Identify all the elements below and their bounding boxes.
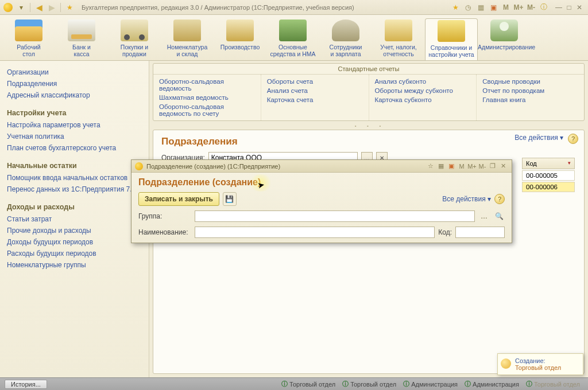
notification-tooltip: Создание: Торговый отдел (497, 353, 583, 375)
report-link[interactable]: Анализ субконто (375, 77, 471, 86)
section-label: Номенклатура и склад (161, 44, 214, 57)
minimize-icon[interactable]: — (554, 3, 564, 12)
modal-all-actions[interactable]: Все действия ▾ (442, 195, 491, 203)
section-tab-0[interactable]: Рабочий стол (2, 18, 55, 60)
section-tab-7[interactable]: Учет, налоги, отчетность (372, 18, 425, 60)
sidebar-link[interactable]: Организации (7, 67, 145, 78)
group-input[interactable] (195, 210, 475, 222)
section-icon (279, 20, 307, 41)
tooltip-title: Создание: (515, 357, 578, 364)
sidebar-link[interactable]: Номенклатурные группы (7, 259, 145, 271)
group-pick-icon[interactable]: … (478, 210, 490, 222)
code-input[interactable] (455, 227, 505, 238)
statusbar: История... ⓘТорговый отделⓘТорговый отде… (0, 377, 588, 390)
report-link[interactable]: Главная книга (482, 95, 578, 104)
sidebar-link[interactable]: Статьи затрат (7, 213, 145, 225)
expand-dots[interactable]: • • • (149, 123, 588, 128)
report-link[interactable]: Карточка субконто (375, 95, 471, 104)
section-tab-3[interactable]: Номенклатура и склад (161, 18, 214, 60)
modal-cal-icon[interactable]: ▣ (446, 162, 457, 171)
side-h-settings: Настройки учета (7, 109, 145, 117)
modal-mp-icon[interactable]: M+ (467, 162, 477, 171)
report-link[interactable]: Обороты счета (267, 77, 363, 86)
nav-fwd-icon[interactable]: ▶ (47, 2, 57, 13)
window-title: Бухгалтерия предприятия, редакция 3.0 / … (82, 4, 354, 11)
modal-help-icon[interactable]: ? (494, 194, 505, 204)
sidebar-link[interactable]: Расходы будущих периодов (7, 248, 145, 259)
sidebar-link[interactable]: Настройка параметров учета (7, 119, 145, 131)
section-tab-2[interactable]: Покупки и продажи (108, 18, 161, 60)
modal-create-department: Подразделение (создание) (1С:Предприятие… (131, 159, 512, 243)
nav-back-icon[interactable]: ◀ (34, 2, 44, 13)
report-link[interactable]: Оборотно-сальдовая ведомость (159, 77, 255, 93)
star-icon[interactable]: ★ (64, 2, 75, 13)
favorites-icon[interactable]: ★ (450, 2, 461, 13)
sidebar-link[interactable]: Учетная политика (7, 131, 145, 142)
section-icon (15, 20, 42, 41)
save-close-button[interactable]: Записать и закрыть (138, 192, 219, 206)
sidebar-link[interactable]: Перенос данных из 1С:Предприятия 7.7 (7, 184, 145, 195)
code-label: Код: (438, 228, 452, 236)
modal-heading: Подразделение (создание) ➤ (138, 177, 505, 188)
calendar-icon[interactable]: ▣ (488, 2, 498, 13)
report-link[interactable]: Оборотно-сальдовая ведомость по счету (159, 102, 255, 118)
close-icon[interactable]: ✕ (574, 3, 585, 12)
section-tab-5[interactable]: Основные средства и НМА (266, 18, 319, 60)
statusbar-item[interactable]: ⓘТорговый отдел (278, 380, 339, 388)
report-link[interactable]: Отчет по проводкам (482, 86, 578, 95)
statusbar-item[interactable]: ⓘАдминистрация (400, 380, 461, 388)
help-icon[interactable]: ? (568, 134, 578, 144)
report-link[interactable]: Анализ счета (267, 86, 363, 95)
dropdown-icon[interactable]: ▾ (16, 2, 26, 13)
row-000006[interactable]: 00-000006 (522, 182, 575, 192)
info-glyph-icon: ⓘ (342, 380, 349, 388)
all-actions-link[interactable]: Все действия ▾ (514, 134, 563, 142)
row-000005[interactable]: 00-000005 (522, 170, 575, 181)
report-link[interactable]: Обороты между субконто (375, 86, 471, 95)
report-link[interactable]: Сводные проводки (482, 77, 578, 86)
app-icon (3, 3, 13, 12)
sidebar-link[interactable]: Прочие доходы и расходы (7, 225, 145, 236)
m-icon[interactable]: M (501, 2, 511, 13)
sidebar-link[interactable]: Подразделения (7, 78, 145, 89)
maximize-icon[interactable]: □ (564, 3, 574, 12)
section-tab-6[interactable]: Сотрудники и зарплата (319, 18, 372, 60)
history-button[interactable]: История... (5, 380, 47, 389)
m-minus-icon[interactable]: M- (526, 2, 536, 13)
calc-icon[interactable]: ▦ (475, 2, 486, 13)
reports-panel: Стандартные отчеты Оборотно-сальдовая ве… (153, 63, 585, 121)
modal-titlebar: Подразделение (создание) (1С:Предприятие… (131, 160, 512, 173)
section-label: Учет, налоги, отчетность (372, 44, 425, 57)
section-icon (490, 20, 518, 41)
report-link[interactable]: Карточка счета (267, 95, 363, 104)
modal-close-icon[interactable]: ✕ (498, 162, 508, 171)
m-plus-icon[interactable]: M+ (513, 2, 524, 13)
save-icon[interactable]: 💾 (223, 192, 237, 206)
modal-mm-icon[interactable]: M- (477, 162, 488, 171)
sidebar-link[interactable]: Помощник ввода начальных остатков (7, 172, 145, 184)
modal-calc-icon[interactable]: ▦ (436, 162, 446, 171)
modal-restore-icon[interactable]: ❐ (488, 162, 498, 171)
statusbar-item[interactable]: ⓘАдминистрация (461, 380, 523, 388)
titlebar: ▾ ◀ ▶ ★ Бухгалтерия предприятия, редакци… (0, 0, 588, 15)
name-input[interactable] (195, 227, 435, 238)
cursor-icon: ➤ (257, 180, 265, 190)
section-tab-4[interactable]: Производство (214, 18, 266, 60)
statusbar-item[interactable]: ⓘТорговый отдел (339, 380, 400, 388)
info-icon[interactable]: ⓘ (539, 2, 549, 13)
sidebar-link[interactable]: Доходы будущих периодов (7, 236, 145, 248)
history-icon[interactable]: ◷ (463, 2, 473, 13)
tooltip-link[interactable]: Торговый отдел (515, 364, 578, 371)
section-tab-1[interactable]: Банк и касса (55, 18, 108, 60)
list-grid[interactable]: Код▾ 00-000005 00-000006 (521, 157, 576, 193)
sidebar-link[interactable]: Адресный классификатор (7, 89, 145, 101)
modal-fav-icon[interactable]: ☆ (425, 162, 436, 171)
modal-m-icon[interactable]: M (457, 162, 467, 171)
section-tab-9[interactable]: Администрирование (478, 18, 531, 60)
report-link[interactable]: Шахматная ведомость (159, 93, 255, 102)
section-tab-8[interactable]: Справочники и настройки учета (425, 18, 478, 60)
group-search-icon[interactable]: 🔍 (493, 210, 505, 222)
statusbar-item[interactable]: ⓘТорговый отдел (523, 380, 583, 388)
sidebar-link[interactable]: План счетов бухгалтерского учета (7, 142, 145, 154)
side-h-balances: Начальные остатки (7, 162, 145, 170)
